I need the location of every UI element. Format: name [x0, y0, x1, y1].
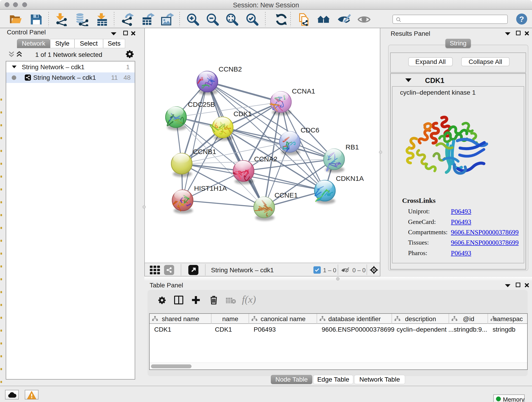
svg-text:CCNA1: CCNA1 — [292, 87, 315, 95]
svg-text:CCNB2: CCNB2 — [219, 65, 242, 73]
svg-text:RB1: RB1 — [346, 143, 359, 151]
svg-text:CCNA2: CCNA2 — [254, 155, 278, 163]
svg-text:CDK1: CDK1 — [234, 110, 252, 118]
svg-text:CCNE1: CCNE1 — [274, 191, 298, 199]
svg-text:CCNB1: CCNB1 — [193, 148, 216, 155]
svg-text:HIST1H1A: HIST1H1A — [194, 185, 227, 192]
svg-text:CDC25B: CDC25B — [188, 101, 215, 108]
svg-text:CDC6: CDC6 — [301, 126, 319, 134]
svg-text:CDKN1A: CDKN1A — [336, 175, 364, 182]
